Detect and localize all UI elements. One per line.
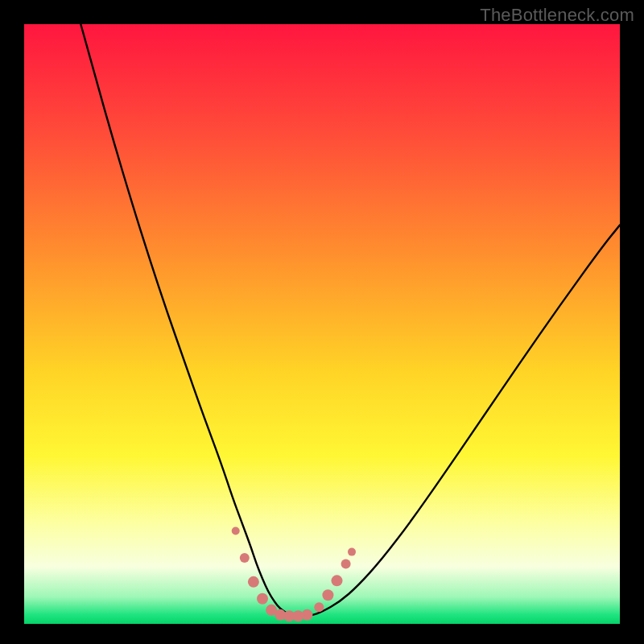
curve-marker (240, 553, 250, 563)
curve-marker (348, 548, 356, 556)
curve-marker (341, 559, 351, 569)
curve-marker (257, 593, 268, 605)
plot-area (24, 24, 620, 624)
watermark-text: TheBottleneck.com (480, 5, 634, 26)
chart-frame: TheBottleneck.com (0, 0, 644, 644)
curve-marker (322, 589, 333, 601)
curve-marker (314, 602, 324, 612)
curve-marker (248, 576, 259, 588)
curve-marker (232, 527, 240, 535)
curve-marker (332, 575, 343, 586)
curve-marker (302, 609, 313, 621)
chart-svg (24, 24, 620, 624)
gradient-background (24, 24, 620, 624)
